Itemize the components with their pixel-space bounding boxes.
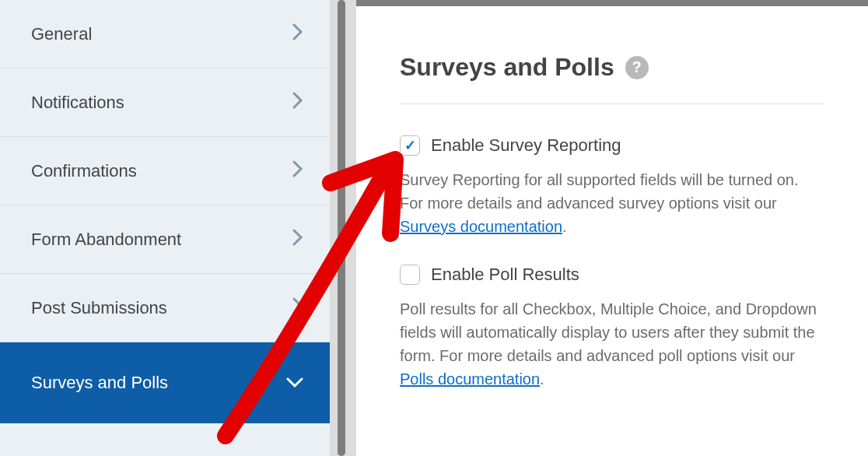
desc-text: Survey Reporting for all supported field… xyxy=(400,171,799,212)
desc-text: Poll results for all Checkbox, Multiple … xyxy=(400,300,817,364)
chevron-down-icon xyxy=(286,373,303,393)
sidebar-item-label: Form Abandonment xyxy=(31,230,181,250)
sidebar-item-label: Confirmations xyxy=(31,161,137,181)
checkbox-enable-poll-results[interactable] xyxy=(400,265,420,285)
main-area: Surveys and Polls ? Enable Survey Report… xyxy=(356,0,868,456)
panel-header: Surveys and Polls ? xyxy=(400,53,824,104)
option-label: Enable Poll Results xyxy=(431,265,579,285)
sidebar-item-label: Surveys and Polls xyxy=(31,373,168,393)
chevron-right-icon xyxy=(292,229,303,251)
option-enable-poll-results: Enable Poll Results xyxy=(400,265,824,285)
sidebar-item-surveys-and-polls[interactable]: Surveys and Polls xyxy=(0,342,330,423)
sidebar-item-form-abandonment[interactable]: Form Abandonment xyxy=(0,205,330,274)
polls-documentation-link[interactable]: Polls documentation xyxy=(400,370,540,388)
chevron-right-icon xyxy=(292,92,303,114)
sidebar-item-confirmations[interactable]: Confirmations xyxy=(0,137,330,205)
panel-divider[interactable] xyxy=(330,0,356,456)
panel-title: Surveys and Polls xyxy=(400,53,614,82)
option-enable-survey-reporting: Enable Survey Reporting xyxy=(400,135,824,156)
desc-text: . xyxy=(540,370,544,388)
sidebar-item-label: General xyxy=(31,24,92,44)
help-glyph: ? xyxy=(632,58,642,76)
checkbox-enable-survey-reporting[interactable] xyxy=(400,135,420,156)
option-label: Enable Survey Reporting xyxy=(431,135,621,156)
desc-text: . xyxy=(562,218,567,235)
sidebar: General Notifications Confirmations Form… xyxy=(0,0,330,456)
surveys-documentation-link[interactable]: Surveys documentation xyxy=(400,218,562,235)
chevron-right-icon xyxy=(292,297,303,319)
help-icon[interactable]: ? xyxy=(625,56,649,79)
sidebar-item-notifications[interactable]: Notifications xyxy=(0,68,330,137)
settings-panel: Surveys and Polls ? Enable Survey Report… xyxy=(356,6,868,456)
sidebar-item-post-submissions[interactable]: Post Submissions xyxy=(0,274,330,342)
option-description: Survey Reporting for all supported field… xyxy=(400,168,824,238)
chevron-right-icon xyxy=(292,23,303,45)
sidebar-item-general[interactable]: General xyxy=(0,0,330,68)
sidebar-item-label: Notifications xyxy=(31,93,124,113)
option-description: Poll results for all Checkbox, Multiple … xyxy=(400,297,824,391)
sidebar-item-label: Post Submissions xyxy=(31,298,167,318)
chevron-right-icon xyxy=(292,160,303,182)
